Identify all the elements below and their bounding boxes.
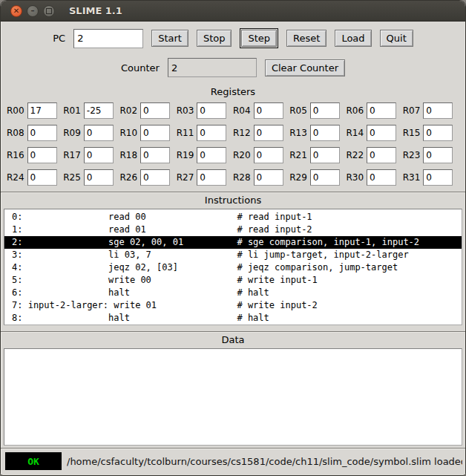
register-input[interactable] <box>423 125 453 141</box>
register-cell: R28 <box>233 169 289 186</box>
register-input[interactable] <box>84 125 114 141</box>
register-label: R24 <box>7 172 24 183</box>
register-cell: R18 <box>120 147 177 163</box>
instruction-line[interactable]: 8: halt # halt <box>4 312 462 325</box>
window-title: SLIME 1.1 <box>69 5 122 16</box>
register-input[interactable] <box>84 169 114 186</box>
stop-button[interactable]: Stop <box>197 30 232 47</box>
reset-button[interactable]: Reset <box>286 30 326 47</box>
register-cell: R03 <box>177 102 233 119</box>
register-input[interactable] <box>254 125 283 141</box>
register-cell: R25 <box>63 169 119 186</box>
instructions-listbox[interactable]: 0: read 00 # read input-1 1: read 01 # r… <box>4 209 462 325</box>
register-input[interactable] <box>197 125 226 141</box>
register-input[interactable] <box>140 169 170 186</box>
instruction-line[interactable]: 1: read 01 # read input-2 <box>4 224 462 236</box>
register-input[interactable] <box>310 147 340 163</box>
register-input[interactable] <box>84 102 114 119</box>
register-input[interactable] <box>140 125 170 141</box>
instruction-line[interactable]: 4: jeqz 02, [03] # jeqz comparison, jump… <box>4 261 462 274</box>
instruction-line[interactable]: 7: input-2-larger: write 01 # write inpu… <box>4 299 462 312</box>
register-cell: R00 <box>7 102 63 119</box>
pc-row: PC Start Stop Step Reset Load Quit <box>1 28 465 48</box>
register-input[interactable] <box>310 102 340 119</box>
register-label: R29 <box>289 172 307 183</box>
step-button[interactable]: Step <box>241 30 277 47</box>
register-input[interactable] <box>310 125 340 141</box>
instructions-heading: Instructions <box>1 192 465 208</box>
register-label: R18 <box>120 150 138 160</box>
register-cell: R30 <box>347 169 403 186</box>
clear-counter-button[interactable]: Clear Counter <box>265 59 345 76</box>
register-input[interactable] <box>140 147 170 163</box>
register-cell: R21 <box>289 147 346 163</box>
register-input[interactable] <box>254 169 283 186</box>
titlebar[interactable]: ✕ – SLIME 1.1 <box>1 1 465 22</box>
register-label: R27 <box>177 172 194 183</box>
register-label: R17 <box>63 150 81 160</box>
maximize-icon[interactable] <box>43 5 55 17</box>
register-label: R13 <box>289 128 307 138</box>
register-label: R02 <box>120 105 138 116</box>
instruction-line[interactable]: 0: read 00 # read input-1 <box>4 211 462 224</box>
pc-input[interactable] <box>73 29 143 48</box>
status-bar: OK /home/csfaculty/tcolburn/courses/cs15… <box>1 448 465 476</box>
register-input[interactable] <box>423 102 453 119</box>
instruction-line[interactable]: 6: halt # halt <box>4 287 462 299</box>
start-button[interactable]: Start <box>151 30 188 47</box>
register-cell: R29 <box>289 169 346 186</box>
register-cell: R23 <box>403 147 459 163</box>
register-label: R22 <box>347 150 364 160</box>
close-icon[interactable]: ✕ <box>10 5 22 17</box>
register-input[interactable] <box>27 169 57 186</box>
register-label: R10 <box>120 128 138 138</box>
register-input[interactable] <box>197 169 226 186</box>
register-input[interactable] <box>367 125 396 141</box>
register-input[interactable] <box>254 147 283 163</box>
register-label: R01 <box>63 105 81 116</box>
register-label: R07 <box>403 105 421 116</box>
instruction-line[interactable]: 5: write 00 # write input-1 <box>4 274 462 287</box>
register-cell: R09 <box>63 125 119 141</box>
register-input[interactable] <box>27 147 57 163</box>
register-label: R06 <box>347 105 364 116</box>
register-input[interactable] <box>27 102 57 119</box>
register-label: R16 <box>7 150 24 160</box>
register-cell: R05 <box>289 102 346 119</box>
register-input[interactable] <box>27 125 57 141</box>
register-cell: R20 <box>233 147 289 163</box>
register-cell: R16 <box>7 147 63 163</box>
register-input[interactable] <box>84 147 114 163</box>
register-input[interactable] <box>367 147 396 163</box>
register-input[interactable] <box>140 102 170 119</box>
register-input[interactable] <box>423 147 453 163</box>
register-input[interactable] <box>254 102 283 119</box>
register-input[interactable] <box>197 102 226 119</box>
register-label: R20 <box>233 150 251 160</box>
register-label: R09 <box>63 128 81 138</box>
register-input[interactable] <box>367 169 396 186</box>
instruction-line-current[interactable]: 2: sge 02, 00, 01 # sge comparison, inpu… <box>4 236 462 249</box>
register-cell: R06 <box>347 102 403 119</box>
counter-input[interactable] <box>168 58 257 77</box>
data-listbox[interactable] <box>4 348 462 446</box>
register-label: R26 <box>120 172 138 183</box>
register-input[interactable] <box>367 102 396 119</box>
maximize-square-glyph <box>46 8 52 14</box>
quit-button[interactable]: Quit <box>380 30 413 47</box>
register-label: R05 <box>289 105 307 116</box>
app-body: PC Start Stop Step Reset Load Quit Count… <box>1 22 465 476</box>
register-input[interactable] <box>423 169 453 186</box>
register-input[interactable] <box>310 169 340 186</box>
register-cell: R19 <box>177 147 233 163</box>
register-cell: R14 <box>347 125 403 141</box>
load-button[interactable]: Load <box>335 30 371 47</box>
register-input[interactable] <box>197 147 226 163</box>
minimize-icon[interactable]: – <box>27 5 39 17</box>
register-label: R04 <box>233 105 251 116</box>
register-cell: R08 <box>7 125 63 141</box>
instruction-line[interactable]: 3: li 03, 7 # li jump-target, input-2-la… <box>4 249 462 261</box>
register-cell: R17 <box>63 147 119 163</box>
register-cell: R12 <box>233 125 289 141</box>
register-cell: R24 <box>7 169 63 186</box>
